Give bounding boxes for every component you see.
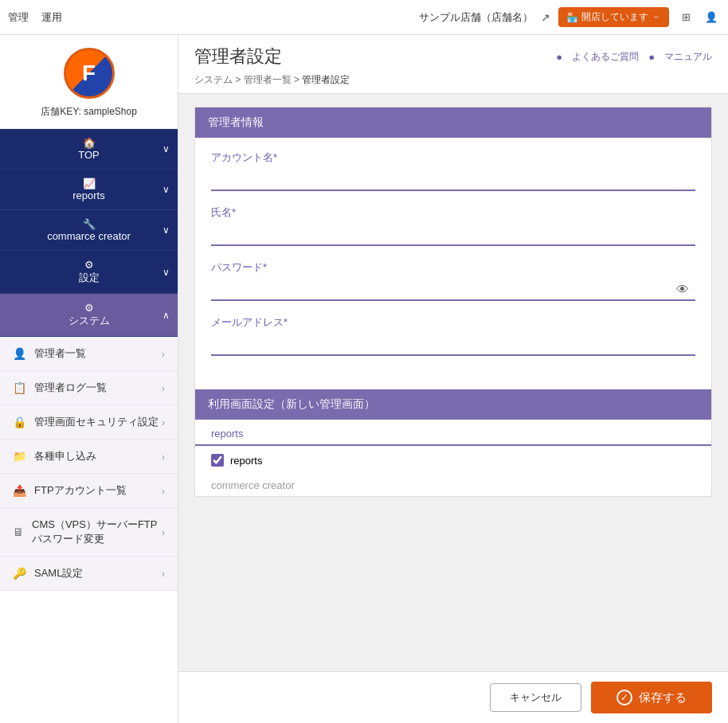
reports-checkbox-label: reports (230, 455, 262, 467)
external-link-icon: ↗ (541, 11, 550, 24)
manual-circle-icon: ● (648, 51, 655, 63)
submenu-saml[interactable]: 🔑 SAML設定 › (0, 557, 178, 591)
reports-checkbox[interactable] (211, 454, 224, 467)
breadcrumb-admin-list[interactable]: 管理者一覧 (244, 74, 292, 85)
minus-icon: － (652, 10, 661, 24)
submenu-security[interactable]: 🔒 管理画面セキュリティ設定 › (0, 405, 178, 440)
security-icon: 🔒 (13, 416, 26, 428)
breadcrumb: システム > 管理者一覧 > 管理者設定 (194, 73, 712, 87)
reports-chevron: ∨ (162, 184, 170, 195)
system-chevron: ∧ (162, 310, 170, 321)
submenu-cms[interactable]: 🖥 CMS（VPS）サーバーFTPパスワード変更 › (0, 508, 178, 557)
cancel-button[interactable]: キャンセル (490, 683, 581, 712)
grid-icon[interactable]: ⊞ (677, 9, 695, 26)
sidebar-item-reports[interactable]: 📈 reports ∨ (0, 170, 178, 210)
commerce-label: commarce creator (47, 230, 131, 242)
password-label: パスワード* (211, 260, 695, 275)
applications-arrow: › (162, 451, 165, 463)
ftp-icon: 📤 (13, 484, 26, 497)
reports-icon: 📈 (83, 178, 96, 190)
admin-log-arrow: › (162, 382, 165, 394)
page-header: 管理者設定 ● よくあるご質問 ● マニュアル システム > 管理者一覧 > 管… (178, 35, 728, 94)
admin-log-icon: 📋 (13, 381, 26, 394)
save-button[interactable]: ✓ 保存する (591, 682, 712, 713)
sidebar-item-system[interactable]: ⚙ システム ∧ (0, 294, 178, 337)
commerce-section-label: commerce creator (195, 475, 711, 496)
save-check-icon: ✓ (616, 690, 632, 705)
top-nav: 管理 運用 サンプル店舗（店舗名） ↗ 🏪 開店しています － ⊞ 👤 (0, 0, 728, 35)
sidebar-item-top[interactable]: 🏠 TOP ∨ (0, 129, 178, 170)
store-key: 店舗KEY: sampleShop (41, 105, 137, 119)
account-input[interactable] (211, 168, 695, 191)
account-label: アカウント名* (211, 150, 695, 165)
faq-link[interactable]: よくあるご質問 (572, 50, 639, 64)
nav-links: 管理 運用 (8, 10, 62, 25)
settings-chevron: ∨ (162, 267, 170, 278)
cms-icon: 🖥 (13, 526, 24, 538)
cms-label: CMS（VPS）サーバーFTPパスワード変更 (32, 518, 162, 546)
faq-circle-icon: ● (556, 51, 562, 63)
email-field-group: メールアドレス* (211, 315, 695, 356)
sidebar-item-settings[interactable]: ⚙ 設定 ∨ (0, 251, 178, 294)
ftp-label: FTPアカウント一覧 (34, 483, 127, 498)
settings-icon: ⚙ (84, 259, 94, 271)
open-badge-label: 開店しています (581, 10, 648, 24)
saml-icon: 🔑 (13, 567, 26, 580)
page-actions: ● よくあるご質問 ● マニュアル (556, 50, 712, 64)
admin-log-label: 管理者ログ一覧 (34, 381, 107, 395)
sidebar-item-commerce[interactable]: 🔧 commarce creator ∨ (0, 210, 178, 251)
manual-link[interactable]: マニュアル (664, 50, 712, 64)
content-area: 管理者設定 ● よくあるご質問 ● マニュアル システム > 管理者一覧 > 管… (178, 35, 728, 723)
logo-circle: F (64, 48, 115, 99)
section2-title: 利用画面設定（新しい管理画面） (208, 397, 375, 410)
saml-label: SAML設定 (34, 566, 83, 580)
nav-link-kanri[interactable]: 管理 (8, 10, 29, 25)
settings-nav-content: ⚙ 設定 (13, 259, 165, 285)
commerce-icon: 🔧 (83, 218, 96, 230)
account-field-group: アカウント名* (211, 150, 695, 191)
applications-icon: 📁 (13, 450, 26, 463)
reports-checkbox-row: reports (195, 446, 711, 475)
submenu-applications[interactable]: 📁 各種申し込み › (0, 440, 178, 474)
form-area: 管理者情報 アカウント名* 氏名* パスワード* (178, 94, 728, 671)
reports-label: reports (72, 190, 104, 201)
commerce-chevron: ∨ (162, 225, 170, 236)
system-label: システム (68, 314, 110, 328)
eye-icon[interactable]: 👁 (676, 283, 689, 297)
open-badge-button[interactable]: 🏪 開店しています － (558, 7, 669, 27)
admin-list-icon: 👤 (13, 347, 26, 360)
email-label: メールアドレス* (211, 315, 695, 330)
name-input[interactable] (211, 223, 695, 246)
password-input[interactable] (211, 278, 695, 301)
footer-bar: キャンセル ✓ 保存する (178, 671, 728, 723)
page-title: 管理者設定 (194, 45, 282, 68)
sidebar: F 店舗KEY: sampleShop 🏠 TOP ∨ 📈 reports ∨ … (0, 35, 178, 723)
form-body: アカウント名* 氏名* パスワード* 👁 (195, 138, 711, 383)
submenu-admin-log[interactable]: 📋 管理者ログ一覧 › (0, 371, 178, 405)
security-label: 管理画面セキュリティ設定 (34, 415, 159, 429)
reports-nav-content: 📈 reports (13, 178, 165, 201)
admin-list-arrow: › (162, 348, 165, 360)
system-icon: ⚙ (84, 302, 94, 314)
section1-header: 管理者情報 (195, 107, 711, 138)
user-icon[interactable]: 👤 (703, 9, 720, 26)
submenu-ftp[interactable]: 📤 FTPアカウント一覧 › (0, 474, 178, 508)
admin-list-label: 管理者一覧 (34, 346, 86, 361)
sidebar-logo: F 店舗KEY: sampleShop (0, 35, 178, 129)
section2-header: 利用画面設定（新しい管理画面） (195, 389, 711, 420)
settings-label: 設定 (79, 271, 100, 285)
nav-right: サンプル店舗（店舗名） ↗ 🏪 開店しています － ⊞ 👤 (419, 7, 720, 27)
save-label: 保存する (639, 690, 687, 705)
submenu-admin-list[interactable]: 👤 管理者一覧 › (0, 337, 178, 371)
email-input[interactable] (211, 333, 695, 356)
top-icon: 🏠 (83, 137, 96, 149)
commerce-nav-content: 🔧 commarce creator (13, 218, 165, 242)
saml-arrow: › (162, 568, 165, 580)
password-field-group: パスワード* 👁 (211, 260, 695, 301)
applications-label: 各種申し込み (34, 449, 96, 463)
breadcrumb-system[interactable]: システム (194, 74, 233, 85)
top-label: TOP (78, 149, 100, 161)
top-nav-content: 🏠 TOP (13, 137, 165, 161)
security-arrow: › (162, 416, 165, 428)
nav-link-unyo[interactable]: 運用 (41, 10, 62, 25)
